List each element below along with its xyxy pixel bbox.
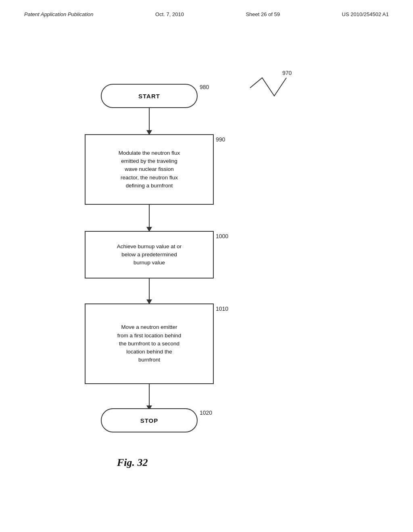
header-date: Oct. 7, 2010 — [155, 11, 184, 17]
ref-990: 990 — [216, 136, 225, 143]
header-sheet: Sheet 26 of 59 — [246, 11, 280, 17]
ref-1000: 1000 — [216, 233, 228, 239]
header-patent: US 2010/254502 A1 — [342, 11, 389, 17]
step-1010-node: Move a neutron emitterfrom a first locat… — [85, 303, 214, 384]
stop-node: STOP — [101, 408, 198, 432]
step-1000-node: Achieve burnup value at orbelow a predet… — [85, 231, 214, 278]
step-990-label: Modulate the neutron fluxemitted by the … — [119, 149, 180, 190]
page: Patent Application Publication Oct. 7, 2… — [0, 0, 413, 532]
flowchart-diagram: START 980 970 Modulate the neutron fluxe… — [0, 21, 413, 485]
ref-980: 980 — [200, 84, 209, 90]
start-node: START — [101, 84, 198, 108]
header-left: Patent Application Publication — [24, 11, 94, 17]
ref-970: 970 — [282, 70, 292, 76]
step-990-node: Modulate the neutron fluxemitted by the … — [85, 134, 214, 205]
ref-1020: 1020 — [200, 409, 212, 416]
step-1000-label: Achieve burnup value at orbelow a predet… — [117, 243, 182, 267]
page-header: Patent Application Publication Oct. 7, 2… — [0, 0, 413, 21]
step-1010-label: Move a neutron emitterfrom a first locat… — [117, 323, 181, 364]
start-label: START — [138, 93, 160, 100]
ref-1010: 1010 — [216, 305, 228, 312]
stop-label: STOP — [140, 417, 159, 424]
figure-caption: Fig. 32 — [117, 457, 148, 469]
